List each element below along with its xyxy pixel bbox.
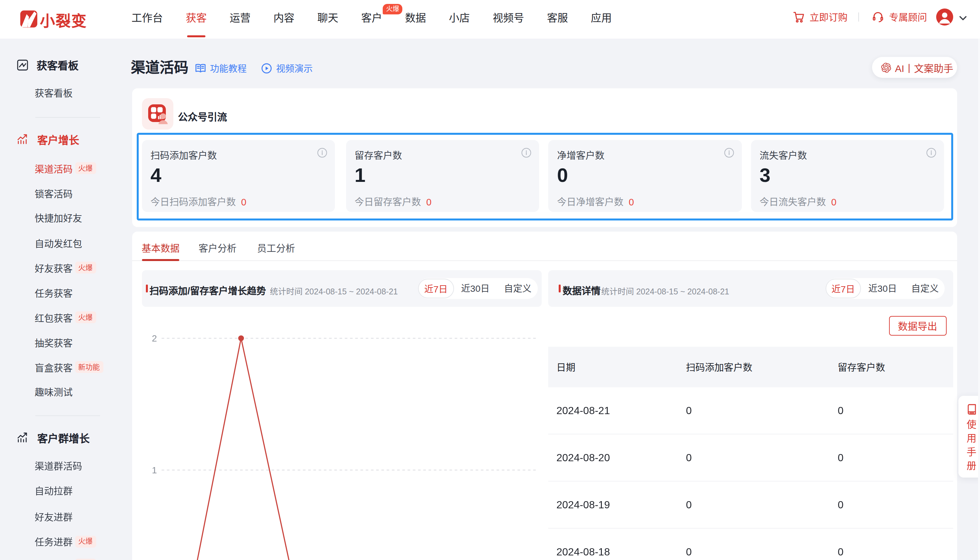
svg-text:2: 2 — [152, 333, 157, 343]
svg-text:1: 1 — [152, 465, 157, 475]
